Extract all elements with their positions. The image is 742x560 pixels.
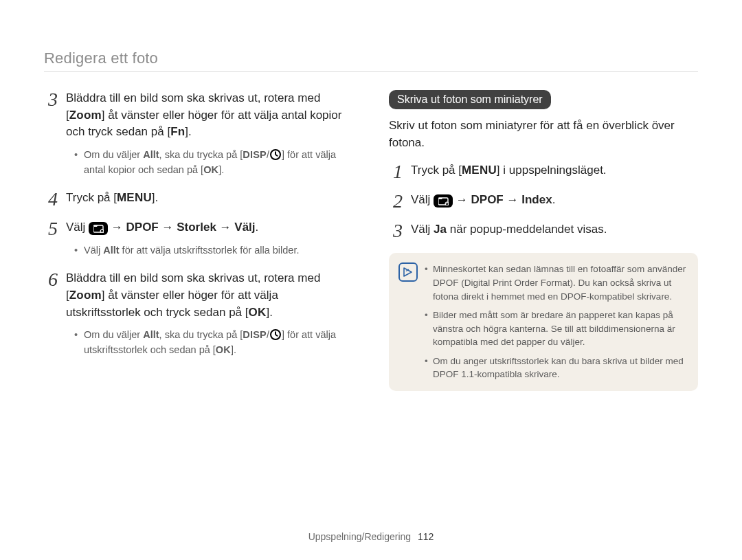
step-number: 1: [389, 158, 407, 186]
note-box: Minneskortet kan sedan lämnas till en fo…: [389, 253, 698, 391]
key-ok: OK: [249, 306, 267, 319]
text: .: [552, 193, 556, 206]
timer-icon: [269, 328, 282, 341]
bold-dpof: DPOF: [471, 193, 504, 206]
footer-section: Uppspelning/Redigering: [308, 531, 411, 542]
step-5: 5 Välj → DPOF → Storlek → Välj. Välj All…: [44, 219, 353, 258]
step-body: Välj Ja när popup-meddelandet visas.: [411, 221, 698, 238]
step-1: 1 Tryck på [MENU] i uppspelningsläget.: [389, 162, 698, 179]
key-menu: MENU: [117, 191, 152, 204]
content-columns: 3 Bläddra till en bild som ska skrivas u…: [44, 90, 698, 391]
key-menu: MENU: [462, 164, 497, 177]
text: →: [216, 221, 234, 234]
step-body: Välj → DPOF → Index.: [411, 192, 698, 209]
step-number: 3: [389, 217, 407, 245]
list-item: Om du anger utskriftsstorlek kan du bara…: [425, 355, 687, 381]
page-number: 112: [418, 531, 434, 542]
key-ok: OK: [216, 344, 231, 355]
title-rule: [44, 71, 698, 72]
left-column: 3 Bläddra till en bild som ska skrivas u…: [44, 90, 353, 391]
bold-allt: Allt: [143, 329, 159, 340]
bold-allt: Allt: [143, 149, 159, 160]
text: Välj: [411, 193, 434, 206]
text: Tryck på [: [411, 164, 462, 177]
list-item: Välj Allt för att välja utskriftsstorlek…: [74, 243, 353, 258]
text: ].: [185, 125, 191, 138]
svg-point-5: [101, 231, 102, 232]
list-item: Bilder med mått som är bredare än papper…: [425, 309, 687, 349]
page-footer: Uppspelning/Redigering 112: [0, 531, 742, 542]
step-number: 6: [44, 266, 62, 294]
step-body: Tryck på [MENU].: [66, 190, 353, 207]
key-fn: Fn: [170, 125, 185, 138]
step-6: 6 Bläddra till en bild som ska skrivas u…: [44, 270, 353, 357]
text: Välj: [84, 245, 103, 256]
file-icon: [434, 194, 453, 208]
sub-bullet-list: Om du väljer Allt, ska du trycka på [DIS…: [74, 328, 353, 358]
text: →: [108, 221, 126, 234]
manual-page: Redigera ett foto 3 Bläddra till en bild…: [0, 0, 742, 560]
step-number: 5: [44, 215, 62, 243]
bold-valj: Välj: [234, 221, 255, 234]
bold-index: Index: [521, 193, 552, 206]
note-list: Minneskortet kan sedan lämnas till en fo…: [425, 262, 687, 381]
text: Om du väljer: [84, 329, 143, 340]
section-intro: Skriv ut foton som miniatyrer för att få…: [389, 117, 698, 151]
text: för att välja utskriftsstorlek för alla …: [120, 245, 300, 256]
text: ] i uppspelningsläget.: [497, 164, 607, 177]
timer-icon: [269, 148, 282, 161]
text: , ska du trycka på [: [159, 329, 243, 340]
step-3: 3 Bläddra till en bild som ska skrivas u…: [44, 90, 353, 177]
step-number: 2: [389, 188, 407, 216]
file-icon: [89, 222, 108, 235]
text: ].: [266, 306, 272, 319]
step-body: Bläddra till en bild som ska skrivas ut,…: [66, 90, 353, 177]
list-item: Minneskortet kan sedan lämnas till en fo…: [425, 262, 687, 303]
step-4: 4 Tryck på [MENU].: [44, 190, 353, 207]
step-2: 2 Välj → DPOF → Index.: [389, 192, 698, 209]
step-body: Välj → DPOF → Storlek → Välj. Välj Allt …: [66, 219, 353, 258]
sub-bullet-list: Om du väljer Allt, ska du trycka på [DIS…: [74, 148, 353, 178]
step-body: Bläddra till en bild som ska skrivas ut,…: [66, 270, 353, 357]
key-zoom: Zoom: [69, 109, 102, 122]
key-ok: OK: [203, 164, 218, 175]
svg-line-2: [276, 155, 278, 156]
list-item: Om du väljer Allt, ska du trycka på [DIS…: [74, 148, 353, 178]
key-zoom: Zoom: [69, 289, 102, 302]
svg-line-8: [276, 335, 278, 336]
svg-point-11: [446, 203, 447, 205]
key-disp: DISP: [243, 149, 267, 160]
sub-bullet-list: Välj Allt för att välja utskriftsstorlek…: [74, 243, 353, 258]
page-title: Redigera ett foto: [44, 49, 698, 67]
text: ].: [218, 164, 224, 175]
text: när popup-meddelandet visas.: [447, 223, 607, 236]
bold-allt: Allt: [103, 245, 119, 256]
text: →: [504, 193, 521, 206]
step-3: 3 Välj Ja när popup-meddelandet visas.: [389, 221, 698, 238]
text: , ska du trycka på [: [159, 149, 243, 160]
step-number: 3: [44, 86, 62, 114]
text: .: [256, 221, 259, 234]
note-icon: [398, 262, 418, 282]
text: ] åt vänster eller höger för att välja a…: [66, 109, 341, 139]
step-number: 4: [44, 186, 62, 214]
text: Om du väljer: [84, 149, 143, 160]
bold-ja: Ja: [434, 223, 447, 236]
bold-storlek: Storlek: [177, 221, 216, 234]
text: ].: [231, 344, 236, 355]
step-body: Tryck på [MENU] i uppspelningsläget.: [411, 162, 698, 179]
bold-dpof: DPOF: [126, 221, 159, 234]
text: Tryck på [: [66, 191, 117, 204]
text: →: [453, 193, 471, 206]
text: ].: [152, 191, 158, 204]
text: →: [159, 221, 177, 234]
text: Välj: [66, 221, 89, 234]
list-item: Om du väljer Allt, ska du trycka på [DIS…: [74, 328, 353, 358]
right-column: Skriva ut foton som miniatyrer Skriv ut …: [389, 90, 698, 391]
key-disp: DISP: [243, 329, 267, 340]
text: Välj: [411, 223, 434, 236]
section-heading: Skriva ut foton som miniatyrer: [389, 90, 551, 109]
